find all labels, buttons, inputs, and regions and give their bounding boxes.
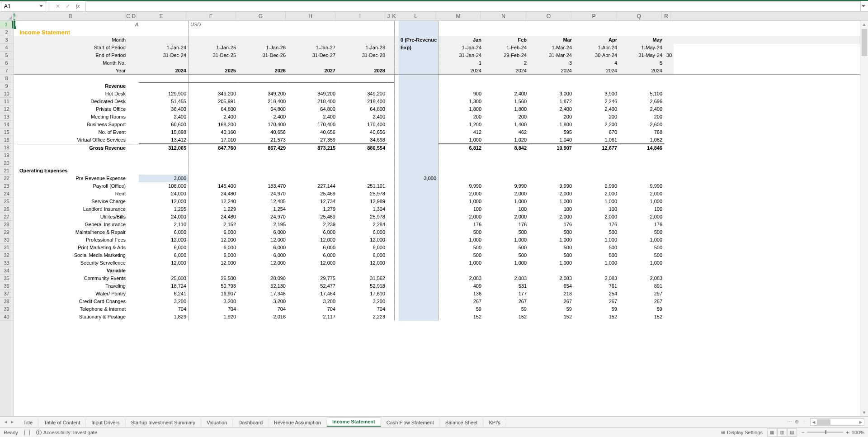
cell[interactable] <box>387 190 395 198</box>
cell[interactable]: 6,000 <box>288 244 338 252</box>
cell[interactable] <box>387 244 395 252</box>
cell[interactable] <box>288 175 338 182</box>
cell[interactable]: Stationary & Postage <box>18 313 128 321</box>
cell[interactable] <box>14 213 18 221</box>
cell[interactable]: 6,000 <box>189 228 238 236</box>
cell[interactable] <box>128 236 133 244</box>
cell[interactable] <box>399 136 439 144</box>
cell[interactable] <box>189 175 238 182</box>
cell[interactable]: 500 <box>529 244 574 252</box>
cell[interactable]: 2,016 <box>238 313 288 321</box>
cell[interactable] <box>399 67 439 74</box>
cell[interactable] <box>665 228 674 236</box>
cell[interactable] <box>399 205 439 213</box>
cell[interactable] <box>14 113 18 121</box>
cell[interactable]: Meeting Rooms <box>18 113 128 121</box>
cell[interactable] <box>338 28 387 36</box>
cell[interactable]: 2,400 <box>529 105 574 113</box>
cell[interactable]: 25,469 <box>288 190 338 198</box>
cell[interactable]: Virtual Office Services <box>18 136 128 144</box>
cell[interactable]: 183,470 <box>238 182 288 190</box>
cell[interactable]: 12,000 <box>338 259 387 267</box>
tab-nav-prev-icon[interactable]: ◄ <box>4 419 8 424</box>
row-header-1[interactable]: 1 <box>0 21 13 28</box>
cell[interactable]: Water/ Pantry <box>18 290 128 298</box>
cell[interactable]: 1,000 <box>529 198 574 205</box>
cell[interactable]: 847,760 <box>189 144 238 152</box>
cell[interactable]: 3,000 <box>399 175 439 182</box>
cell[interactable]: 12,000 <box>139 236 189 244</box>
horizontal-scrollbar[interactable]: ◄ ► <box>810 418 864 426</box>
cell[interactable]: 6,000 <box>139 228 189 236</box>
cell[interactable]: 267 <box>619 298 665 305</box>
cell[interactable] <box>399 290 439 298</box>
cell[interactable]: 24,480 <box>189 213 238 221</box>
cell[interactable] <box>14 190 18 198</box>
cell[interactable] <box>238 82 288 90</box>
cell[interactable]: 31-Jan-24 <box>439 52 484 59</box>
cell[interactable] <box>338 21 387 28</box>
row-header-25[interactable]: 25 <box>0 198 13 205</box>
cell[interactable]: 218 <box>529 290 574 298</box>
cell[interactable] <box>238 75 288 82</box>
cell[interactable]: 12,485 <box>238 198 288 205</box>
cell[interactable]: 38,400 <box>139 105 189 113</box>
cell[interactable]: 40,656 <box>338 128 387 136</box>
cell[interactable]: 873,215 <box>288 144 338 152</box>
cell[interactable] <box>387 28 395 36</box>
column-header-P[interactable]: P <box>571 12 617 20</box>
cell[interactable]: Month No. <box>18 59 128 67</box>
cell[interactable] <box>288 75 338 82</box>
row-header-30[interactable]: 30 <box>0 236 13 244</box>
cell[interactable] <box>574 21 619 28</box>
cell[interactable]: 1-Feb-24 <box>484 44 529 52</box>
cell[interactable] <box>399 52 439 59</box>
cell[interactable] <box>484 267 529 275</box>
cell[interactable] <box>14 105 18 113</box>
cell[interactable] <box>387 221 395 228</box>
zoom-out-icon[interactable]: − <box>802 430 804 435</box>
cell[interactable] <box>439 82 484 90</box>
cell[interactable]: 15,898 <box>139 128 189 136</box>
cell[interactable] <box>288 167 338 175</box>
cell[interactable] <box>128 59 133 67</box>
cell[interactable] <box>387 90 395 98</box>
cell[interactable] <box>14 221 18 228</box>
cell[interactable]: 500 <box>484 244 529 252</box>
cell[interactable] <box>395 21 399 28</box>
cell[interactable] <box>387 182 395 190</box>
cell[interactable]: 462 <box>484 128 529 136</box>
cell[interactable]: 2,239 <box>288 221 338 228</box>
cell[interactable] <box>133 313 139 321</box>
cell[interactable] <box>128 136 133 144</box>
cell[interactable]: Operating Expenses <box>18 167 128 175</box>
cell[interactable] <box>395 136 399 144</box>
cell[interactable] <box>128 298 133 305</box>
cell[interactable] <box>139 28 189 36</box>
row-header-35[interactable]: 35 <box>0 275 13 282</box>
cell[interactable]: 1,872 <box>529 98 574 105</box>
cell[interactable] <box>665 244 674 252</box>
row-header-13[interactable]: 13 <box>0 113 13 121</box>
hscroll-thumb[interactable] <box>817 419 830 425</box>
column-header-L[interactable]: L <box>396 12 436 20</box>
cell[interactable] <box>133 275 139 282</box>
cell[interactable] <box>395 298 399 305</box>
cell[interactable] <box>14 313 18 321</box>
column-header-H[interactable]: H <box>286 12 335 20</box>
cell[interactable]: 2,117 <box>288 313 338 321</box>
cell[interactable]: 3,200 <box>338 298 387 305</box>
row-header-40[interactable]: 40 <box>0 313 13 321</box>
cell[interactable]: End of Period <box>18 52 128 59</box>
cell[interactable] <box>399 128 439 136</box>
cell[interactable]: 6,000 <box>238 228 288 236</box>
cell[interactable] <box>574 28 619 36</box>
cell[interactable] <box>399 90 439 98</box>
cell[interactable] <box>387 175 395 182</box>
cell[interactable] <box>18 152 128 159</box>
sheet-tab-revenue-assumption[interactable]: Revenue Assumption <box>269 418 327 427</box>
column-header-B[interactable]: B <box>15 12 126 20</box>
cell[interactable] <box>399 144 439 152</box>
cell[interactable]: 1,061 <box>574 136 619 144</box>
cell[interactable] <box>665 221 674 228</box>
